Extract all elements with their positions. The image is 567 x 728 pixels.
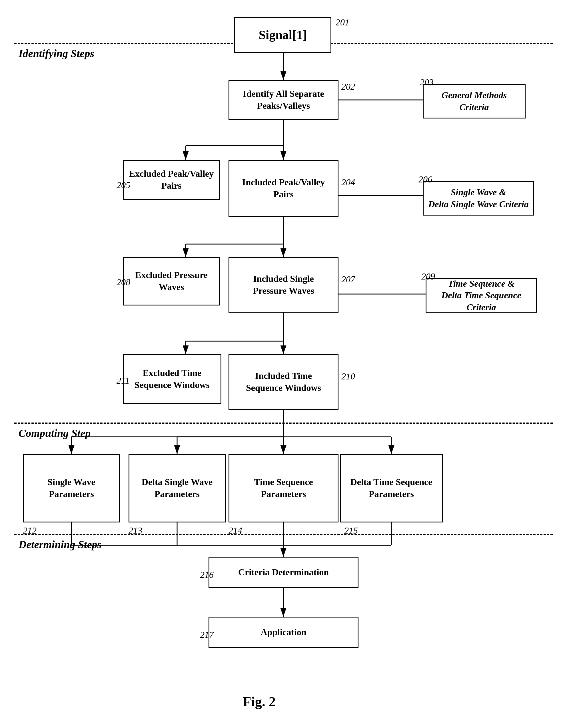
- included-peak-valley-box: Included Peak/Valley Pairs: [228, 160, 339, 217]
- identify-box: Identify All Separate Peaks/Valleys: [228, 80, 339, 120]
- ref-214: 214: [228, 525, 242, 536]
- single-wave-delta-box: Single Wave & Delta Single Wave Criteria: [423, 181, 534, 216]
- ref-204: 204: [341, 177, 355, 188]
- ref-213: 213: [128, 525, 142, 536]
- excluded-pressure-box: Excluded Pressure Waves: [123, 257, 220, 305]
- ref-208: 208: [116, 277, 130, 287]
- delta-single-wave-params-box: Delta Single Wave Parameters: [128, 454, 226, 522]
- determining-steps-label: Determining Steps: [19, 538, 101, 551]
- application-box: Application: [208, 617, 359, 648]
- excluded-time-seq-box: Excluded Time Sequence Windows: [123, 354, 221, 404]
- ref-206: 206: [419, 174, 432, 185]
- ref-202: 202: [341, 81, 355, 92]
- ref-201: 201: [336, 17, 349, 28]
- general-methods-box: General Methods Criteria: [423, 84, 526, 118]
- criteria-determination-box: Criteria Determination: [208, 557, 359, 588]
- diagram-container: Identifying Steps Computing Step Determi…: [0, 0, 567, 728]
- signal-box: Signal[1]: [234, 17, 331, 53]
- delta-time-seq-params-box: Delta Time Sequence Parameters: [340, 454, 443, 522]
- included-time-seq-box: Included Time Sequence Windows: [228, 354, 339, 410]
- identifying-steps-label: Identifying Steps: [19, 47, 94, 60]
- ref-217: 217: [200, 630, 214, 640]
- computing-step-label: Computing Step: [19, 427, 90, 439]
- ref-212: 212: [23, 525, 37, 536]
- single-wave-params-box: Single Wave Parameters: [23, 454, 120, 522]
- ref-203: 203: [420, 77, 434, 88]
- ref-207: 207: [341, 274, 355, 285]
- dashed-line-bottom: [14, 534, 553, 535]
- time-seq-delta-box: Time Sequence & Delta Time Sequence Crit…: [426, 278, 537, 313]
- ref-216: 216: [200, 570, 214, 580]
- ref-205: 205: [116, 180, 130, 190]
- fig-label: Fig. 2: [243, 694, 275, 709]
- ref-215: 215: [344, 525, 358, 536]
- excluded-peak-valley-box: Excluded Peak/Valley Pairs: [123, 160, 220, 200]
- ref-210: 210: [341, 371, 355, 382]
- time-seq-params-box: Time Sequence Parameters: [228, 454, 339, 522]
- dashed-line-middle: [14, 423, 553, 424]
- ref-209: 209: [421, 271, 435, 282]
- ref-211: 211: [116, 375, 130, 386]
- included-pressure-box: Included Single Pressure Waves: [228, 257, 339, 313]
